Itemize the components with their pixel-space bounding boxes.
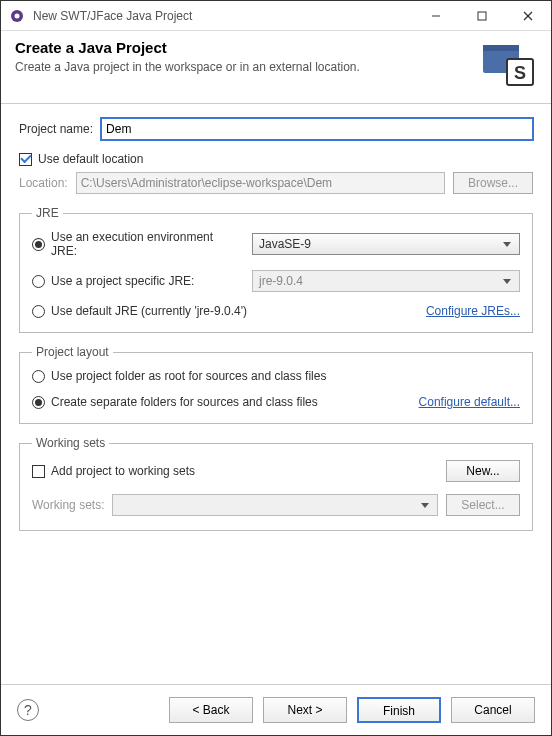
layout-option-separate[interactable]: Create separate folders for sources and … xyxy=(32,395,411,409)
back-button[interactable]: < Back xyxy=(169,697,253,723)
location-input xyxy=(76,172,445,194)
radio-icon xyxy=(32,305,45,318)
help-button[interactable]: ? xyxy=(17,699,39,721)
project-layout-group: Project layout Use project folder as roo… xyxy=(19,345,533,424)
use-default-location-label: Use default location xyxy=(38,152,143,166)
app-icon xyxy=(7,6,27,26)
browse-button: Browse... xyxy=(453,172,533,194)
wizard-header: Create a Java Project Create a Java proj… xyxy=(1,31,551,103)
jre-option-exec-env[interactable]: Use an execution environment JRE: xyxy=(32,230,242,258)
jre-option-default[interactable]: Use default JRE (currently 'jre-9.0.4') xyxy=(32,304,416,318)
minimize-button[interactable] xyxy=(413,1,459,31)
use-default-location-checkbox[interactable]: Use default location xyxy=(19,152,533,166)
project-name-input[interactable] xyxy=(101,118,533,140)
configure-default-link[interactable]: Configure default... xyxy=(419,395,520,409)
jre-legend: JRE xyxy=(32,206,63,220)
ws-add-label: Add project to working sets xyxy=(51,464,195,478)
project-name-row: Project name: xyxy=(19,118,533,140)
ws-label: Working sets: xyxy=(32,498,104,512)
svg-rect-7 xyxy=(483,45,519,51)
wizard-footer: ? < Back Next > Finish Cancel xyxy=(1,684,551,735)
jre-option-project-specific[interactable]: Use a project specific JRE: xyxy=(32,274,242,288)
configure-jres-link[interactable]: Configure JREs... xyxy=(426,304,520,318)
jre-group: JRE Use an execution environment JRE: Ja… xyxy=(19,206,533,333)
finish-button[interactable]: Finish xyxy=(357,697,441,723)
radio-icon xyxy=(32,275,45,288)
cancel-button[interactable]: Cancel xyxy=(451,697,535,723)
window-title: New SWT/JFace Java Project xyxy=(33,9,413,23)
jre-exec-env-select[interactable]: JavaSE-9 xyxy=(252,233,520,255)
wizard-content: Project name: Use default location Locat… xyxy=(1,104,551,684)
jre-opt2-label: Use a project specific JRE: xyxy=(51,274,194,288)
close-button[interactable] xyxy=(505,1,551,31)
svg-rect-3 xyxy=(478,12,486,20)
ws-legend: Working sets xyxy=(32,436,109,450)
wizard-header-icon: S xyxy=(481,37,537,89)
checkbox-icon xyxy=(32,465,45,478)
svg-text:S: S xyxy=(514,63,526,83)
add-to-working-sets-checkbox[interactable]: Add project to working sets xyxy=(32,464,438,478)
jre-project-specific-select: jre-9.0.4 xyxy=(252,270,520,292)
layout-legend: Project layout xyxy=(32,345,113,359)
layout-option-root[interactable]: Use project folder as root for sources a… xyxy=(32,369,520,383)
radio-icon xyxy=(32,238,45,251)
titlebar: New SWT/JFace Java Project xyxy=(1,1,551,31)
radio-icon xyxy=(32,396,45,409)
wizard-heading: Create a Java Project xyxy=(15,39,537,56)
next-button[interactable]: Next > xyxy=(263,697,347,723)
maximize-button[interactable] xyxy=(459,1,505,31)
select-working-set-button: Select... xyxy=(446,494,520,516)
working-sets-group: Working sets Add project to working sets… xyxy=(19,436,533,531)
project-name-label: Project name: xyxy=(19,122,93,136)
jre-opt3-label: Use default JRE (currently 'jre-9.0.4') xyxy=(51,304,247,318)
jre-opt1-label: Use an execution environment JRE: xyxy=(51,230,242,258)
working-sets-select xyxy=(112,494,438,516)
radio-icon xyxy=(32,370,45,383)
layout-opt2-label: Create separate folders for sources and … xyxy=(51,395,318,409)
checkbox-icon xyxy=(19,153,32,166)
svg-point-1 xyxy=(15,13,20,18)
new-working-set-button[interactable]: New... xyxy=(446,460,520,482)
layout-opt1-label: Use project folder as root for sources a… xyxy=(51,369,326,383)
wizard-window: New SWT/JFace Java Project Create a Java… xyxy=(0,0,552,736)
wizard-subheading: Create a Java project in the workspace o… xyxy=(15,60,537,74)
location-label: Location: xyxy=(19,176,68,190)
